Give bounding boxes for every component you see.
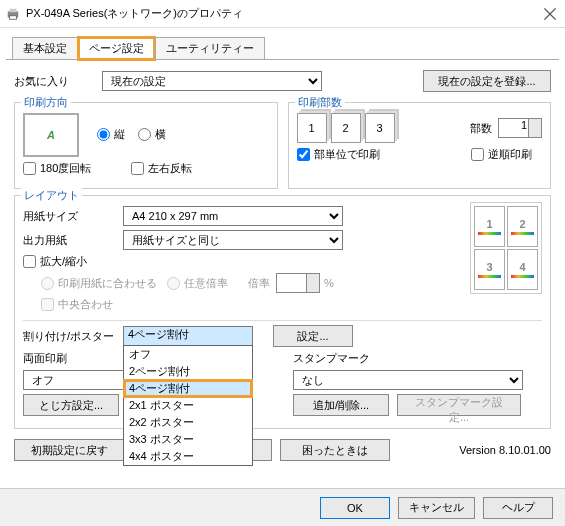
nup-option-2x2[interactable]: 2x2 ポスター: [124, 414, 252, 431]
stamp-add-remove-button[interactable]: 追加/削除...: [293, 394, 389, 416]
percent-label: %: [324, 277, 334, 289]
output-paper-label: 出力用紙: [23, 233, 123, 248]
collate-icon: 1: [297, 113, 327, 143]
close-icon[interactable]: [541, 5, 559, 23]
nup-option-4up[interactable]: 4ページ割付: [124, 380, 252, 397]
stamp-select[interactable]: なし: [293, 370, 523, 390]
custom-scale-radio: 任意倍率: [167, 276, 228, 291]
cancel-button[interactable]: キャンセル: [398, 497, 475, 519]
nup-select[interactable]: 4ページ割付: [123, 326, 253, 346]
nup-option-3x3[interactable]: 3x3 ポスター: [124, 431, 252, 448]
printer-icon: [6, 7, 20, 21]
nup-option-2x1[interactable]: 2x1 ポスター: [124, 397, 252, 414]
tab-strip: 基本設定 ページ設定 ユーティリティー: [6, 32, 559, 60]
troubleshoot-button[interactable]: 困ったときは: [280, 439, 390, 461]
nup-dropdown-list: オフ 2ページ割付 4ページ割付 2x1 ポスター 2x2 ポスター 3x3 ポ…: [123, 345, 253, 466]
rotate-180-checkbox[interactable]: 180度回転: [23, 161, 91, 176]
binding-settings-button[interactable]: とじ方設定...: [23, 394, 119, 416]
tab-basic[interactable]: 基本設定: [12, 37, 78, 60]
reverse-order-checkbox[interactable]: 逆順印刷: [471, 147, 532, 162]
window-titlebar: PX-049A Series(ネットワーク)のプロパティ: [0, 0, 565, 28]
copies-legend: 印刷部数: [295, 95, 345, 110]
center-checkbox: 中央合わせ: [41, 297, 113, 312]
layout-legend: レイアウト: [21, 188, 82, 203]
fit-to-paper-radio: 印刷用紙に合わせる: [41, 276, 157, 291]
reset-defaults-button[interactable]: 初期設定に戻す: [14, 439, 124, 461]
favorites-label: お気に入り: [14, 74, 102, 89]
nup-option-off[interactable]: オフ: [124, 346, 252, 363]
collate-icon: 2: [331, 113, 361, 143]
help-button[interactable]: ヘルプ: [483, 497, 553, 519]
nup-option-4x4[interactable]: 4x4 ポスター: [124, 448, 252, 465]
mirror-checkbox[interactable]: 左右反転: [131, 161, 192, 176]
orientation-preview-icon: A: [23, 113, 79, 157]
duplex-label: 両面印刷: [23, 351, 123, 366]
tab-page-settings[interactable]: ページ設定: [78, 37, 155, 60]
layout-group: レイアウト 用紙サイズ A4 210 x 297 mm 出力用紙 用紙サイズと同…: [14, 195, 551, 429]
collate-icon: 3: [365, 113, 395, 143]
landscape-radio[interactable]: 横: [138, 127, 166, 142]
orientation-group: 印刷方向 A 縦 横 180度回転 左右反転: [14, 102, 278, 189]
svg-rect-2: [10, 15, 17, 19]
paper-size-label: 用紙サイズ: [23, 209, 123, 224]
favorites-select[interactable]: 現在の設定: [102, 71, 322, 91]
scale-spinner: [276, 273, 320, 293]
orientation-legend: 印刷方向: [21, 95, 71, 110]
nup-option-2up[interactable]: 2ページ割付: [124, 363, 252, 380]
tab-utility[interactable]: ユーティリティー: [155, 37, 265, 60]
scale-checkbox[interactable]: 拡大/縮小: [23, 254, 87, 269]
stamp-label: スタンプマーク: [293, 351, 370, 366]
version-label: Version 8.10.01.00: [459, 444, 551, 456]
paper-size-select[interactable]: A4 210 x 297 mm: [123, 206, 343, 226]
nup-label: 割り付け/ポスター: [23, 329, 123, 344]
scale-rate-label: 倍率: [248, 276, 270, 291]
output-paper-select[interactable]: 用紙サイズと同じ: [123, 230, 343, 250]
ok-button[interactable]: OK: [320, 497, 390, 519]
window-title: PX-049A Series(ネットワーク)のプロパティ: [26, 6, 541, 21]
nup-settings-button[interactable]: 設定...: [273, 325, 353, 347]
copies-label: 部数: [470, 121, 492, 136]
copies-group: 印刷部数 1 2 3 部数 1 部単位で印刷 逆順印刷: [288, 102, 552, 189]
dialog-footer: OK キャンセル ヘルプ: [0, 488, 565, 526]
collate-checkbox[interactable]: 部単位で印刷: [297, 147, 380, 162]
layout-preview-icon: 1 2 3 4: [470, 202, 542, 294]
stamp-settings-button: スタンプマーク設定...: [397, 394, 521, 416]
register-settings-button[interactable]: 現在の設定を登録...: [423, 70, 551, 92]
svg-rect-1: [10, 8, 17, 12]
portrait-radio[interactable]: 縦: [97, 127, 125, 142]
copies-spinner[interactable]: 1: [498, 118, 542, 138]
